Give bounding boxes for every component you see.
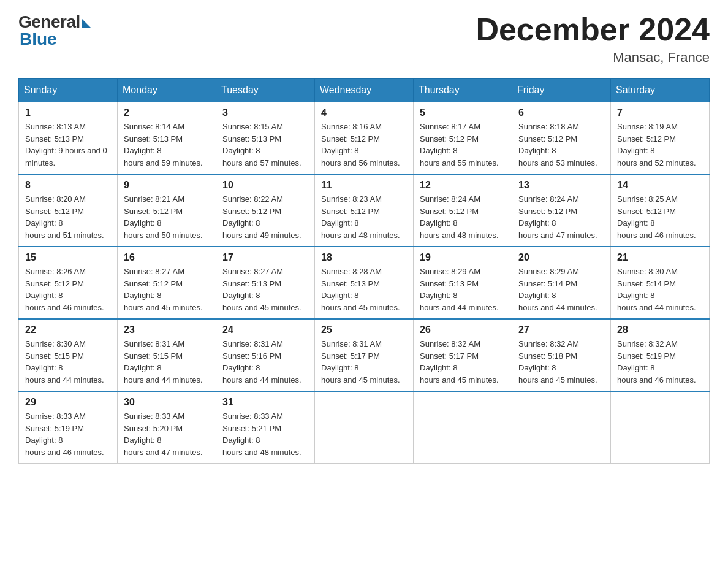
day-info: Sunrise: 8:15 AM Sunset: 5:13 PM Dayligh… [222,121,308,169]
day-number: 14 [617,180,703,191]
calendar-cell: 6 Sunrise: 8:18 AM Sunset: 5:12 PM Dayli… [512,102,611,175]
day-number: 10 [222,180,308,191]
page-header: General Blue December 2024 Mansac, Franc… [18,12,710,66]
day-number: 29 [25,397,111,408]
day-info: Sunrise: 8:30 AM Sunset: 5:14 PM Dayligh… [617,266,703,313]
day-header-wednesday: Wednesday [315,79,414,102]
calendar-cell: 8 Sunrise: 8:20 AM Sunset: 5:12 PM Dayli… [19,174,118,247]
day-number: 2 [124,107,210,118]
day-info: Sunrise: 8:25 AM Sunset: 5:12 PM Dayligh… [617,193,703,241]
day-info: Sunrise: 8:33 AM Sunset: 5:19 PM Dayligh… [25,410,111,458]
day-number: 5 [420,107,506,118]
month-title: December 2024 [476,12,710,47]
calendar-cell: 9 Sunrise: 8:21 AM Sunset: 5:12 PM Dayli… [118,174,216,247]
calendar-cell: 3 Sunrise: 8:15 AM Sunset: 5:13 PM Dayli… [216,102,315,175]
day-info: Sunrise: 8:33 AM Sunset: 5:21 PM Dayligh… [222,410,308,458]
day-number: 7 [617,107,703,118]
calendar-cell [315,391,414,464]
logo: General Blue [18,12,91,49]
day-info: Sunrise: 8:19 AM Sunset: 5:12 PM Dayligh… [617,121,703,169]
calendar-cell [512,391,611,464]
day-info: Sunrise: 8:17 AM Sunset: 5:12 PM Dayligh… [420,121,506,169]
day-info: Sunrise: 8:21 AM Sunset: 5:12 PM Dayligh… [124,193,210,241]
day-number: 30 [124,397,210,408]
calendar-cell: 10 Sunrise: 8:22 AM Sunset: 5:12 PM Dayl… [216,174,315,247]
calendar-week-row: 22 Sunrise: 8:30 AM Sunset: 5:15 PM Dayl… [19,319,710,391]
day-number: 11 [321,180,407,191]
day-number: 31 [222,397,308,408]
day-info: Sunrise: 8:23 AM Sunset: 5:12 PM Dayligh… [321,193,407,241]
calendar-cell: 18 Sunrise: 8:28 AM Sunset: 5:13 PM Dayl… [315,247,414,319]
day-header-thursday: Thursday [414,79,512,102]
calendar-header-row: SundayMondayTuesdayWednesdayThursdayFrid… [19,79,710,102]
calendar-cell: 2 Sunrise: 8:14 AM Sunset: 5:13 PM Dayli… [118,102,216,175]
day-info: Sunrise: 8:29 AM Sunset: 5:14 PM Dayligh… [518,266,604,313]
location-text: Mansac, France [476,50,710,66]
calendar-cell: 28 Sunrise: 8:32 AM Sunset: 5:19 PM Dayl… [611,319,710,391]
day-header-monday: Monday [118,79,216,102]
day-info: Sunrise: 8:26 AM Sunset: 5:12 PM Dayligh… [25,266,111,313]
calendar-cell: 31 Sunrise: 8:33 AM Sunset: 5:21 PM Dayl… [216,391,315,464]
day-info: Sunrise: 8:30 AM Sunset: 5:15 PM Dayligh… [25,338,111,386]
day-number: 3 [222,107,308,118]
calendar-cell: 20 Sunrise: 8:29 AM Sunset: 5:14 PM Dayl… [512,247,611,319]
day-number: 26 [420,324,506,335]
day-number: 16 [124,252,210,263]
day-header-saturday: Saturday [611,79,710,102]
calendar-week-row: 15 Sunrise: 8:26 AM Sunset: 5:12 PM Dayl… [19,247,710,319]
day-info: Sunrise: 8:32 AM Sunset: 5:17 PM Dayligh… [420,338,506,386]
calendar-cell: 1 Sunrise: 8:13 AM Sunset: 5:13 PM Dayli… [19,102,118,175]
day-number: 22 [25,324,111,335]
day-info: Sunrise: 8:32 AM Sunset: 5:18 PM Dayligh… [518,338,604,386]
day-info: Sunrise: 8:31 AM Sunset: 5:15 PM Dayligh… [124,338,210,386]
calendar-cell: 5 Sunrise: 8:17 AM Sunset: 5:12 PM Dayli… [414,102,512,175]
calendar-cell [414,391,512,464]
day-number: 1 [25,107,111,118]
day-number: 25 [321,324,407,335]
day-info: Sunrise: 8:27 AM Sunset: 5:13 PM Dayligh… [222,266,308,313]
day-info: Sunrise: 8:18 AM Sunset: 5:12 PM Dayligh… [518,121,604,169]
calendar-cell: 16 Sunrise: 8:27 AM Sunset: 5:12 PM Dayl… [118,247,216,319]
day-number: 15 [25,252,111,263]
day-header-tuesday: Tuesday [216,79,315,102]
calendar-week-row: 29 Sunrise: 8:33 AM Sunset: 5:19 PM Dayl… [19,391,710,464]
calendar-cell: 22 Sunrise: 8:30 AM Sunset: 5:15 PM Dayl… [19,319,118,391]
day-number: 18 [321,252,407,263]
calendar-week-row: 8 Sunrise: 8:20 AM Sunset: 5:12 PM Dayli… [19,174,710,247]
calendar-cell: 17 Sunrise: 8:27 AM Sunset: 5:13 PM Dayl… [216,247,315,319]
day-number: 13 [518,180,604,191]
day-info: Sunrise: 8:28 AM Sunset: 5:13 PM Dayligh… [321,266,407,313]
calendar-cell: 26 Sunrise: 8:32 AM Sunset: 5:17 PM Dayl… [414,319,512,391]
day-info: Sunrise: 8:22 AM Sunset: 5:12 PM Dayligh… [222,193,308,241]
day-info: Sunrise: 8:29 AM Sunset: 5:13 PM Dayligh… [420,266,506,313]
day-info: Sunrise: 8:33 AM Sunset: 5:20 PM Dayligh… [124,410,210,458]
day-number: 23 [124,324,210,335]
calendar-cell: 29 Sunrise: 8:33 AM Sunset: 5:19 PM Dayl… [19,391,118,464]
calendar-cell: 11 Sunrise: 8:23 AM Sunset: 5:12 PM Dayl… [315,174,414,247]
calendar-cell: 24 Sunrise: 8:31 AM Sunset: 5:16 PM Dayl… [216,319,315,391]
day-info: Sunrise: 8:20 AM Sunset: 5:12 PM Dayligh… [25,193,111,241]
calendar-week-row: 1 Sunrise: 8:13 AM Sunset: 5:13 PM Dayli… [19,102,710,175]
calendar-cell [611,391,710,464]
calendar-cell: 12 Sunrise: 8:24 AM Sunset: 5:12 PM Dayl… [414,174,512,247]
day-info: Sunrise: 8:31 AM Sunset: 5:17 PM Dayligh… [321,338,407,386]
day-number: 4 [321,107,407,118]
day-info: Sunrise: 8:32 AM Sunset: 5:19 PM Dayligh… [617,338,703,386]
calendar-table: SundayMondayTuesdayWednesdayThursdayFrid… [18,78,710,464]
calendar-cell: 4 Sunrise: 8:16 AM Sunset: 5:12 PM Dayli… [315,102,414,175]
calendar-cell: 19 Sunrise: 8:29 AM Sunset: 5:13 PM Dayl… [414,247,512,319]
calendar-cell: 25 Sunrise: 8:31 AM Sunset: 5:17 PM Dayl… [315,319,414,391]
calendar-cell: 23 Sunrise: 8:31 AM Sunset: 5:15 PM Dayl… [118,319,216,391]
calendar-cell: 27 Sunrise: 8:32 AM Sunset: 5:18 PM Dayl… [512,319,611,391]
calendar-cell: 30 Sunrise: 8:33 AM Sunset: 5:20 PM Dayl… [118,391,216,464]
day-number: 6 [518,107,604,118]
day-header-sunday: Sunday [19,79,118,102]
day-number: 27 [518,324,604,335]
logo-blue-text: Blue [18,29,57,49]
day-number: 12 [420,180,506,191]
day-info: Sunrise: 8:24 AM Sunset: 5:12 PM Dayligh… [420,193,506,241]
calendar-cell: 15 Sunrise: 8:26 AM Sunset: 5:12 PM Dayl… [19,247,118,319]
day-info: Sunrise: 8:24 AM Sunset: 5:12 PM Dayligh… [518,193,604,241]
logo-triangle-icon [82,19,91,28]
day-header-friday: Friday [512,79,611,102]
